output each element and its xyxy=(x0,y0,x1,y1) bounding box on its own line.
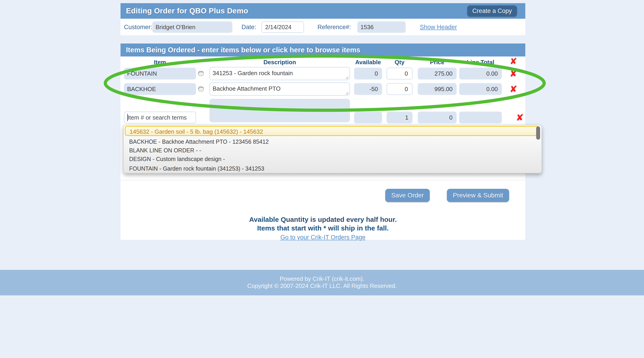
date-label: Date: xyxy=(242,19,256,35)
item-row-backhoe: Backhoe Attachment PTO ✘ xyxy=(120,83,525,96)
available-field xyxy=(354,83,382,95)
items-section-bar[interactable]: Items Being Ordered - enter items below … xyxy=(120,44,525,57)
suggestion-item[interactable]: BLANK LINE ON ORDER - - xyxy=(129,146,201,154)
suggestion-item[interactable]: BACKHOE - Backhoe Attachment PTO - 12345… xyxy=(129,137,269,146)
delete-row-x-icon[interactable]: ✘ xyxy=(508,84,518,95)
create-copy-button[interactable]: Create a Copy xyxy=(467,6,517,16)
available-field xyxy=(354,112,382,123)
preview-submit-button[interactable]: Preview & Submit xyxy=(447,189,509,202)
suggestion-item[interactable]: FOUNTAIN - Garden rock fountain (341253)… xyxy=(129,164,264,173)
suggestion-item[interactable]: DESIGN - Custom landscape design - xyxy=(129,155,225,163)
text-caret xyxy=(127,114,128,121)
column-header-description: Description xyxy=(210,58,350,66)
drag-hand-icon[interactable] xyxy=(196,84,205,93)
item-suggestions-dropdown: 145632 - Garden soil - 5 lb. bag (145632… xyxy=(123,125,542,173)
description-textarea[interactable]: Backhoe Attachment PTO xyxy=(210,82,350,96)
show-header-link[interactable]: Show Header xyxy=(420,19,457,35)
title-bar: Editing Order for QBO Plus Demo Create a… xyxy=(120,3,525,19)
qty-input[interactable] xyxy=(386,68,412,79)
section-divider xyxy=(120,180,525,180)
new-item-row: ✘ xyxy=(120,111,525,124)
delete-row-x-icon[interactable]: ✘ xyxy=(508,68,518,79)
order-header: Customer: Date: Reference#: Show Header xyxy=(120,19,525,35)
price-field xyxy=(418,112,456,123)
drag-hand-icon[interactable] xyxy=(196,69,205,78)
order-edit-page: Editing Order for QBO Plus Demo Create a… xyxy=(0,0,644,358)
suggestion-item-highlighted[interactable]: 145632 - Garden soil - 5 lb. bag (145632… xyxy=(125,126,539,136)
qty-field[interactable] xyxy=(386,112,412,123)
footer-powered-by: Powered by Crik-IT (crik-it.com). xyxy=(0,270,644,282)
delete-row-x-icon[interactable]: ✘ xyxy=(515,112,525,123)
page-title: Editing Order for QBO Plus Demo xyxy=(126,3,248,19)
item-search-input[interactable] xyxy=(124,112,196,123)
column-header-available: Available xyxy=(354,58,382,66)
column-header-line-total: Line Total xyxy=(459,58,502,66)
price-field xyxy=(418,68,456,79)
line-total-field xyxy=(459,83,502,95)
column-header-qty: Qty xyxy=(386,58,412,66)
description-textarea[interactable]: 341253 - Garden rock fountain xyxy=(210,67,350,80)
qty-input[interactable] xyxy=(386,83,412,95)
shipping-note: Items that start with * will ship in the… xyxy=(120,224,525,232)
date-field[interactable] xyxy=(262,22,304,33)
item-code-field[interactable] xyxy=(124,83,196,95)
footer-copyright: Copyright © 2007-2024 Crik-IT LLC. All R… xyxy=(0,282,644,289)
column-header-price: Price xyxy=(418,58,456,66)
item-code-field[interactable] xyxy=(124,68,196,79)
line-total-field xyxy=(459,68,502,79)
items-section-title: Items Being Ordered - enter items below … xyxy=(126,44,360,57)
reference-label: Reference#: xyxy=(318,19,351,35)
page-footer: Powered by Crik-IT (crik-it.com). Copyri… xyxy=(0,270,644,295)
items-section: Items Being Ordered - enter items below … xyxy=(120,44,525,240)
column-header-item: Item xyxy=(124,58,196,66)
available-field xyxy=(354,68,382,79)
reference-field[interactable] xyxy=(357,22,406,33)
delete-all-x-icon[interactable]: ✘ xyxy=(508,57,518,66)
orders-page-link[interactable]: Go to your Crik-IT Orders Page xyxy=(120,234,525,241)
save-order-button[interactable]: Save Order xyxy=(385,189,430,202)
customer-field[interactable] xyxy=(152,22,232,33)
dropdown-scrollbar-thumb[interactable] xyxy=(536,126,540,140)
line-total-field xyxy=(459,112,502,123)
availability-note: Available Quantity is updated every half… xyxy=(120,216,525,223)
item-row-fountain: 341253 - Garden rock fountain ✘ xyxy=(120,67,525,80)
price-field xyxy=(418,83,456,95)
customer-label: Customer: xyxy=(124,19,152,35)
